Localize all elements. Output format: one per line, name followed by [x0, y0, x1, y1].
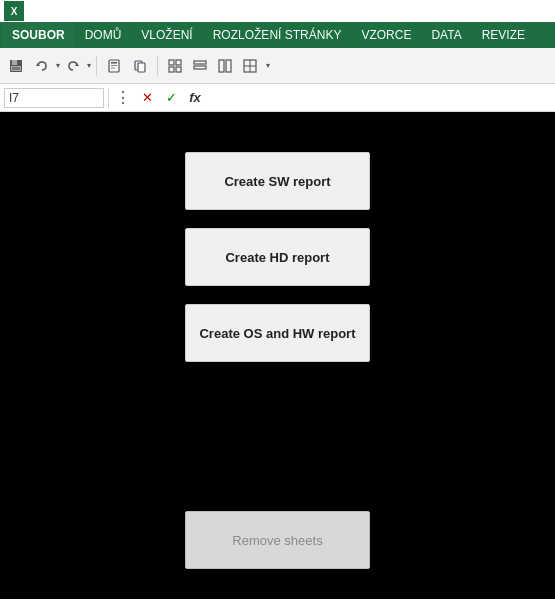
toolbar-sep-2 [157, 56, 158, 76]
svg-rect-11 [138, 63, 145, 72]
svg-rect-13 [176, 60, 181, 65]
svg-rect-14 [169, 67, 174, 72]
menu-item-revize[interactable]: REVIZE [472, 22, 535, 48]
toolbar: ▾ ▾ [0, 48, 555, 84]
formula-confirm-icon[interactable]: ✓ [161, 90, 181, 105]
menu-item-rozlozeni[interactable]: ROZLOŽENÍ STRÁNKY [203, 22, 352, 48]
undo-button[interactable] [30, 54, 54, 78]
menu-item-soubor[interactable]: SOUBOR [2, 22, 75, 48]
copy-format-button[interactable] [128, 54, 152, 78]
grid-btn-3[interactable] [213, 54, 237, 78]
menu-bar: SOUBOR DOMŮ VLOŽENÍ ROZLOŽENÍ STRÁNKY VZ… [0, 22, 555, 48]
toolbar-sep-1 [96, 56, 97, 76]
formula-fx-icon[interactable]: fx [185, 90, 205, 105]
svg-rect-15 [176, 67, 181, 72]
formula-bar-sep [108, 88, 109, 108]
svg-rect-19 [226, 60, 231, 72]
print-preview-button[interactable] [102, 54, 126, 78]
undo-dropdown-icon[interactable]: ▾ [56, 61, 60, 70]
svg-rect-12 [169, 60, 174, 65]
grid-buttons-group [163, 54, 262, 78]
grid-dropdown-icon[interactable]: ▾ [266, 61, 270, 70]
main-content: Create SW report Create HD report Create… [0, 112, 555, 599]
svg-rect-1 [12, 60, 17, 65]
create-hd-report-button[interactable]: Create HD report [185, 228, 370, 286]
svg-rect-17 [194, 66, 206, 69]
create-sw-report-button[interactable]: Create SW report [185, 152, 370, 210]
formula-input[interactable] [209, 88, 551, 108]
title-bar: X [0, 0, 555, 22]
formula-options-icon[interactable]: ⋮ [113, 88, 133, 107]
grid-btn-2[interactable] [188, 54, 212, 78]
menu-item-domu[interactable]: DOMŮ [75, 22, 132, 48]
menu-item-vzorce[interactable]: VZORCE [351, 22, 421, 48]
svg-rect-7 [111, 62, 117, 64]
create-os-hw-report-button[interactable]: Create OS and HW report [185, 304, 370, 362]
svg-rect-18 [219, 60, 224, 72]
remove-sheets-button[interactable]: Remove sheets [185, 511, 370, 569]
svg-rect-9 [111, 67, 115, 68]
redo-dropdown-icon[interactable]: ▾ [87, 61, 91, 70]
svg-rect-16 [194, 61, 206, 64]
svg-rect-3 [12, 67, 20, 70]
save-button[interactable] [4, 54, 28, 78]
menu-item-data[interactable]: DATA [421, 22, 471, 48]
menu-item-vlozeni[interactable]: VLOŽENÍ [131, 22, 202, 48]
excel-icon: X [4, 1, 24, 21]
redo-button[interactable] [61, 54, 85, 78]
undo-redo-group: ▾ ▾ [30, 54, 91, 78]
formula-cancel-icon[interactable]: ✕ [137, 90, 157, 105]
svg-rect-8 [111, 65, 117, 66]
grid-btn-1[interactable] [163, 54, 187, 78]
formula-bar: ⋮ ✕ ✓ fx [0, 84, 555, 112]
name-box[interactable] [4, 88, 104, 108]
grid-btn-4[interactable] [238, 54, 262, 78]
